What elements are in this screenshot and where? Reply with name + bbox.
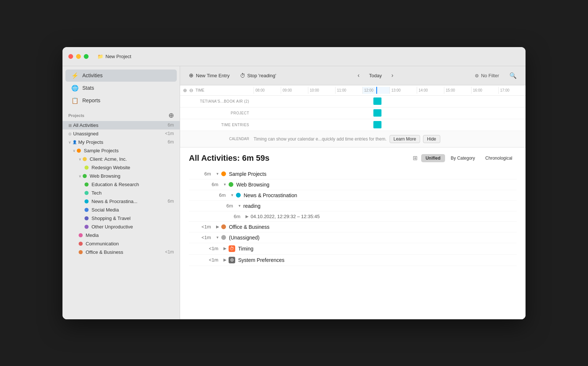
social-media-dot <box>85 208 89 212</box>
web-browsing-dot <box>83 174 87 178</box>
prev-button[interactable]: ‹ <box>355 71 362 79</box>
time-entries-bar <box>373 121 381 128</box>
minimize-button[interactable] <box>76 54 81 59</box>
timeline-hours: 08:00 09:00 10:00 11:00 12:00 13:00 14:0… <box>254 87 526 94</box>
project-media[interactable]: Media <box>62 231 180 239</box>
zoom-in-button[interactable]: ⊕ <box>183 88 187 93</box>
hour-17: 17:00 <box>498 87 526 94</box>
project-redesign-website[interactable]: Redesign Website <box>62 163 180 172</box>
project-web-browsing[interactable]: ∨ Web Browsing <box>62 172 180 180</box>
news-proc-expand[interactable]: ▾ <box>229 193 236 198</box>
activity-row-office-business: <1m ▶ Office & Business <box>189 222 517 232</box>
view-chronological-button[interactable]: Chronological <box>481 154 517 162</box>
new-time-entry-icon: ⊕ <box>189 72 194 79</box>
office-expand[interactable]: ▶ <box>214 224 221 229</box>
education-research-dot <box>85 182 89 186</box>
syspref-expand[interactable]: ▶ <box>221 257 229 262</box>
news-proc-row-dot <box>236 193 241 198</box>
device-content <box>254 96 526 107</box>
all-activities-label: All Activities <box>73 122 168 128</box>
education-research-label: Education & Research <box>92 182 174 187</box>
current-time-line <box>376 87 377 94</box>
project-news-procrastination[interactable]: News & Procrastina... 6m <box>62 197 180 206</box>
project-other-unproductive[interactable]: Other Unproductive <box>62 223 180 231</box>
news-proc-row-name: News & Procrastination <box>244 192 297 198</box>
view-unified-button[interactable]: Unified <box>421 154 445 162</box>
sample-projects-expand[interactable]: ▾ <box>214 171 221 176</box>
redesign-website-dot <box>85 166 89 170</box>
project-shopping-travel[interactable]: Shopping & Travel <box>62 214 180 223</box>
fullscreen-button[interactable] <box>84 54 89 59</box>
activity-row-timing: <1m ▶ ⏱ Timing <box>189 243 517 255</box>
web-browsing-row-dot <box>229 182 233 187</box>
filter-label: No Filter <box>481 73 499 78</box>
all-activities-time: 6m <box>168 122 174 128</box>
stop-reading-label: Stop 'reading' <box>247 73 276 78</box>
zoom-out-button[interactable]: ⊖ <box>189 88 193 93</box>
news-procrastination-time: 6m <box>168 199 174 204</box>
reports-label: Reports <box>82 97 100 103</box>
new-project-label: New Project <box>105 54 131 59</box>
project-tech[interactable]: Tech <box>62 189 180 197</box>
syspref-row-name: System Preferences <box>238 257 284 263</box>
timing-expand[interactable]: ▶ <box>221 246 229 251</box>
search-button[interactable]: 🔍 <box>506 71 520 81</box>
sidebar-item-stats[interactable]: 🌐 Stats <box>65 82 177 94</box>
close-button[interactable] <box>68 54 73 59</box>
new-time-entry-button[interactable]: ⊕ New Time Entry <box>186 71 233 80</box>
project-my-projects[interactable]: ∨ 👤 My Projects 6m <box>62 138 180 146</box>
main-window: 📁 New Project ⚡ Activities 🌐 Stats 📋 Rep… <box>62 47 526 319</box>
sidebar-item-activities[interactable]: ⚡ Activities <box>65 70 177 82</box>
next-button[interactable]: › <box>389 71 395 79</box>
project-bar <box>373 109 381 117</box>
activity-row-sample-projects: 6m ▾ Sample Projects <box>189 169 517 180</box>
web-browsing-expand[interactable]: ▾ <box>221 182 229 187</box>
date-row-name: 04.10.2022, 12:29:32 – 12:35:45 <box>251 214 320 219</box>
client-acme-chevron: ∨ <box>79 157 81 161</box>
nav-section: ⚡ Activities 🌐 Stats 📋 Reports <box>62 66 180 110</box>
sample-projects-row-name: Sample Projects <box>229 171 266 177</box>
new-project-button[interactable]: 📁 New Project <box>97 54 131 59</box>
titlebar: 📁 New Project <box>62 47 526 66</box>
new-project-icon: 📁 <box>97 54 103 59</box>
project-sample-projects[interactable]: ∨ Sample Projects <box>62 146 180 155</box>
stop-reading-button[interactable]: ⏱ Stop 'reading' <box>237 71 279 80</box>
projects-label: Projects <box>68 113 84 118</box>
project-client-acme[interactable]: ∨ Client: Acme, Inc. <box>62 155 180 163</box>
date-expand[interactable]: ▶ <box>243 214 251 219</box>
timeline-row-project: PROJECT <box>180 107 526 119</box>
hour-15: 15:00 <box>444 87 471 94</box>
view-by-category-button[interactable]: By Category <box>447 154 480 162</box>
project-education-research[interactable]: Education & Research <box>62 180 180 189</box>
web-browsing-chevron: ∨ <box>79 174 81 178</box>
my-projects-chevron: ∨ <box>68 140 71 144</box>
filter-button[interactable]: ⊜ No Filter <box>472 71 502 80</box>
unassigned-expand[interactable]: ▾ <box>214 235 221 240</box>
sample-projects-chevron: ∨ <box>73 149 75 153</box>
hour-11: 11:00 <box>335 87 362 94</box>
view-icon: ⊞ <box>413 154 417 161</box>
sample-projects-row-time: 6m <box>189 171 211 177</box>
my-projects-label: My Projects <box>78 139 168 145</box>
learn-more-button[interactable]: Learn More <box>390 135 420 143</box>
sidebar-item-reports[interactable]: 📋 Reports <box>65 95 177 107</box>
project-social-media[interactable]: Social Media <box>62 206 180 214</box>
project-office-business[interactable]: Office & Business <1m <box>62 248 180 256</box>
my-projects-icon: 👤 <box>72 140 77 144</box>
content-area: ⚡ Activities 🌐 Stats 📋 Reports Projects … <box>62 66 526 319</box>
activities-section: All Activities: 6m 59s ⊞ Unified By Cate… <box>180 148 526 319</box>
hide-button[interactable]: Hide <box>423 135 440 143</box>
project-communication[interactable]: Communication <box>62 239 180 248</box>
shopping-travel-dot <box>85 216 89 220</box>
project-all-activities[interactable]: ▦ All Activities 6m <box>62 121 180 129</box>
other-unproductive-label: Other Unproductive <box>92 224 174 230</box>
project-unassigned[interactable]: ◎ Unassigned <1m <box>62 129 180 138</box>
add-project-button[interactable]: ⊕ <box>168 112 174 119</box>
reading-expand[interactable]: ▾ <box>236 203 243 208</box>
time-entries-content <box>254 119 526 131</box>
today-button[interactable]: Today <box>365 71 386 80</box>
calendar-label: CALENDAR <box>180 137 254 141</box>
unassigned-content: (Unassigned) <box>221 235 517 241</box>
my-projects-time: 6m <box>168 139 174 145</box>
hour-09: 09:00 <box>281 87 308 94</box>
